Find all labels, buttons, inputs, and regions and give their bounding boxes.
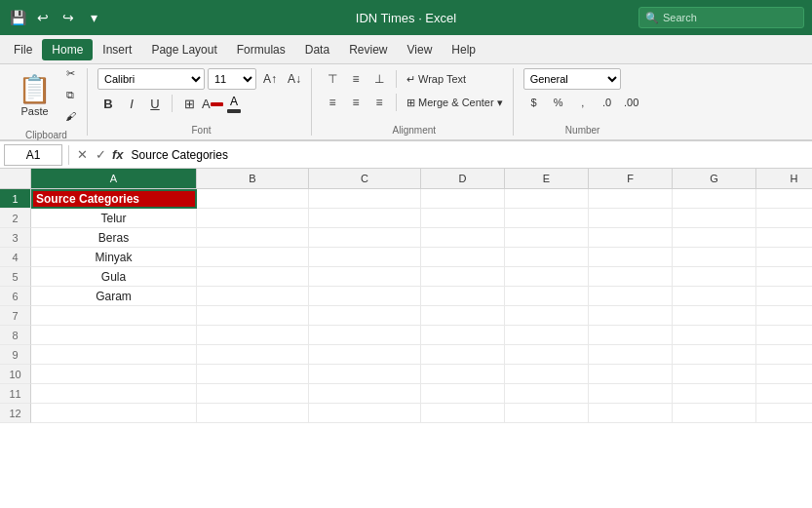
- percent-button[interactable]: %: [548, 93, 569, 112]
- currency-button[interactable]: $: [523, 93, 545, 112]
- format-painter-button[interactable]: 🖌: [59, 106, 81, 126]
- cell-F8[interactable]: [589, 326, 673, 345]
- cell-B10[interactable]: [197, 365, 309, 384]
- cell-G6[interactable]: [673, 287, 756, 306]
- cell-D9[interactable]: [421, 345, 505, 365]
- align-bottom-button[interactable]: ⊥: [368, 68, 390, 90]
- align-center-button[interactable]: ≡: [345, 92, 367, 113]
- save-icon[interactable]: 💾: [8, 8, 27, 27]
- cell-D1[interactable]: [421, 189, 505, 209]
- increase-font-size-button[interactable]: A↑: [259, 68, 281, 90]
- cell-A6[interactable]: Garam: [31, 287, 197, 306]
- cell-A12[interactable]: [31, 404, 197, 423]
- col-header-A[interactable]: A: [31, 169, 197, 188]
- cell-E2[interactable]: [505, 209, 589, 228]
- menu-help[interactable]: Help: [442, 39, 485, 60]
- decrease-decimal-button[interactable]: .00: [621, 93, 642, 112]
- cell-B6[interactable]: [197, 287, 309, 306]
- menu-home[interactable]: Home: [42, 39, 93, 60]
- italic-button[interactable]: I: [121, 93, 142, 114]
- cell-A2[interactable]: Telur: [31, 209, 197, 228]
- cell-D5[interactable]: [421, 267, 505, 287]
- menu-page-layout[interactable]: Page Layout: [141, 39, 226, 60]
- cell-E1[interactable]: [505, 189, 589, 209]
- cell-D3[interactable]: [421, 228, 505, 248]
- cell-H3[interactable]: [756, 228, 812, 248]
- align-top-button[interactable]: ⊤: [322, 68, 343, 90]
- font-color-button[interactable]: A: [225, 94, 243, 114]
- col-header-G[interactable]: G: [673, 169, 756, 188]
- decrease-font-size-button[interactable]: A↓: [284, 68, 305, 90]
- cell-B2[interactable]: [197, 209, 309, 228]
- search-box[interactable]: 🔍 Search: [638, 7, 804, 28]
- cell-F12[interactable]: [589, 404, 673, 423]
- cell-D2[interactable]: [421, 209, 505, 228]
- cell-G2[interactable]: [673, 209, 756, 228]
- cell-H10[interactable]: [756, 365, 812, 384]
- underline-button[interactable]: U: [144, 93, 166, 114]
- align-middle-button[interactable]: ≡: [345, 68, 367, 90]
- font-size-select[interactable]: 11: [208, 68, 256, 90]
- cell-G11[interactable]: [673, 384, 756, 404]
- cell-F3[interactable]: [589, 228, 673, 248]
- cell-G12[interactable]: [673, 404, 756, 423]
- cell-F9[interactable]: [589, 345, 673, 365]
- cell-H8[interactable]: [756, 326, 812, 345]
- cell-B9[interactable]: [197, 345, 309, 365]
- cell-D7[interactable]: [421, 306, 505, 326]
- cell-D4[interactable]: [421, 248, 505, 267]
- cell-B1[interactable]: [197, 189, 309, 209]
- customize-icon[interactable]: ▾: [84, 8, 103, 27]
- cell-G7[interactable]: [673, 306, 756, 326]
- cell-D8[interactable]: [421, 326, 505, 345]
- col-header-C[interactable]: C: [309, 169, 421, 188]
- cell-F1[interactable]: [589, 189, 673, 209]
- menu-data[interactable]: Data: [295, 39, 339, 60]
- cell-B12[interactable]: [197, 404, 309, 423]
- cell-E7[interactable]: [505, 306, 589, 326]
- cell-F2[interactable]: [589, 209, 673, 228]
- cut-button[interactable]: ✂: [59, 63, 81, 83]
- cell-H12[interactable]: [756, 404, 812, 423]
- cell-H2[interactable]: [756, 209, 812, 228]
- cell-B5[interactable]: [197, 267, 309, 287]
- cell-C5[interactable]: [309, 267, 421, 287]
- cell-C8[interactable]: [309, 326, 421, 345]
- cell-A1[interactable]: Source Categories: [31, 189, 197, 209]
- cancel-formula-icon[interactable]: ✕: [75, 145, 90, 164]
- cell-D6[interactable]: [421, 287, 505, 306]
- cell-A9[interactable]: [31, 345, 197, 365]
- cell-C3[interactable]: [309, 228, 421, 248]
- cell-B4[interactable]: [197, 248, 309, 267]
- cell-H9[interactable]: [756, 345, 812, 365]
- font-name-select[interactable]: Calibri: [97, 68, 205, 90]
- fx-icon[interactable]: fx: [112, 147, 124, 162]
- cell-E6[interactable]: [505, 287, 589, 306]
- cell-C1[interactable]: [309, 189, 421, 209]
- accept-formula-icon[interactable]: ✓: [94, 145, 108, 164]
- menu-file[interactable]: File: [4, 39, 42, 60]
- cell-G4[interactable]: [673, 248, 756, 267]
- cell-A10[interactable]: [31, 365, 197, 384]
- cell-F5[interactable]: [589, 267, 673, 287]
- col-header-F[interactable]: F: [589, 169, 673, 188]
- cell-F7[interactable]: [589, 306, 673, 326]
- cell-G8[interactable]: [673, 326, 756, 345]
- cell-E12[interactable]: [505, 404, 589, 423]
- cell-A8[interactable]: [31, 326, 197, 345]
- border-button[interactable]: ⊞: [178, 93, 200, 114]
- cell-A4[interactable]: Minyak: [31, 248, 197, 267]
- menu-view[interactable]: View: [398, 39, 443, 60]
- cell-H11[interactable]: [756, 384, 812, 404]
- cell-F6[interactable]: [589, 287, 673, 306]
- cell-C10[interactable]: [309, 365, 421, 384]
- cell-C11[interactable]: [309, 384, 421, 404]
- cell-E3[interactable]: [505, 228, 589, 248]
- cell-D10[interactable]: [421, 365, 505, 384]
- cell-G1[interactable]: [673, 189, 756, 209]
- cell-A3[interactable]: Beras: [31, 228, 197, 248]
- cell-G3[interactable]: [673, 228, 756, 248]
- cell-B3[interactable]: [197, 228, 309, 248]
- increase-decimal-button[interactable]: .0: [597, 93, 618, 112]
- cell-E11[interactable]: [505, 384, 589, 404]
